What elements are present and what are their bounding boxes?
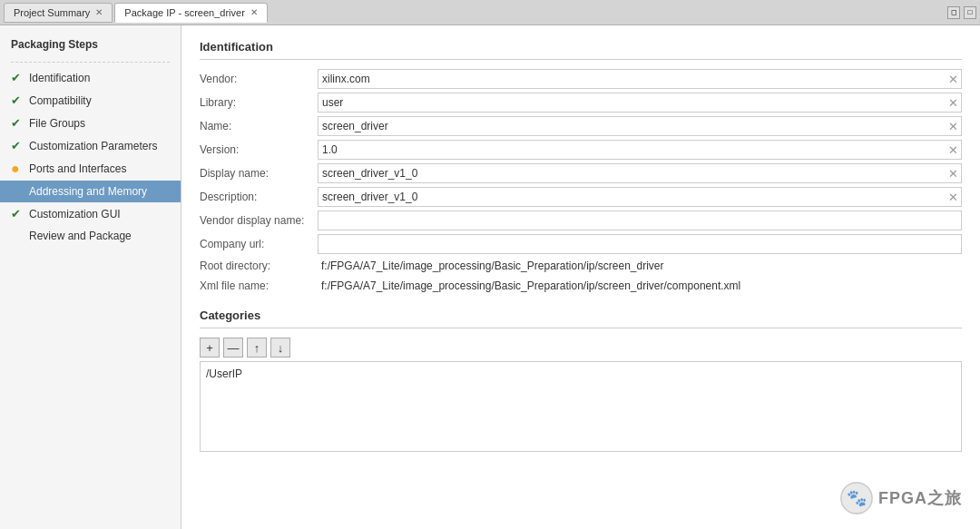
sidebar-item-label: Customization Parameters [29, 140, 157, 152]
watermark: 🐾 FPGA之旅 [840, 482, 962, 514]
tab-project-summary[interactable]: Project Summary ✕ [4, 3, 113, 23]
form-label-6: Vendor display name: [200, 214, 318, 227]
restore-button[interactable]: ◻ [947, 6, 960, 19]
sidebar-item-label: Review and Package [29, 230, 132, 242]
form-input-wrap-7 [318, 234, 962, 254]
watermark-logo: 🐾 [840, 482, 873, 514]
form-input-wrap-2: ✕ [318, 116, 962, 136]
category-item[interactable]: /UserIP [206, 367, 956, 380]
check-icon: ✔ [11, 93, 24, 107]
categories-toolbar: + — ↑ ↓ [200, 338, 962, 358]
sidebar-item-ports-and-interfaces[interactable]: ●Ports and Interfaces [0, 157, 181, 181]
input-clear-4[interactable]: ✕ [948, 167, 958, 181]
dot-icon: ● [11, 162, 24, 176]
sidebar-item-compatibility[interactable]: ✔Compatibility [0, 89, 181, 112]
form-row-8: Root directory:f:/FPGA/A7_Lite/image_pro… [200, 258, 962, 274]
sidebar-title: Packaging Steps [0, 34, 181, 58]
form-row-7: Company url: [200, 234, 962, 254]
remove-category-button[interactable]: — [223, 338, 243, 358]
form-row-5: Description:✕ [200, 187, 962, 207]
tab-close-project-summary[interactable]: ✕ [95, 8, 103, 17]
section-divider [200, 59, 962, 60]
form-input-2[interactable] [318, 116, 962, 136]
form-row-4: Display name:✕ [200, 163, 962, 183]
form-input-3[interactable] [318, 140, 962, 160]
categories-divider [200, 328, 962, 328]
form-input-wrap-6 [318, 211, 962, 230]
form-input-wrap-4: ✕ [318, 163, 962, 183]
sidebar-item-identification[interactable]: ✔Identification [0, 66, 181, 89]
form-row-3: Version:✕ [200, 140, 962, 160]
input-clear-0[interactable]: ✕ [948, 73, 958, 86]
section-title: Identification [200, 40, 962, 54]
form-label-8: Root directory: [200, 260, 318, 272]
form-input-6[interactable] [318, 211, 962, 230]
check-icon: ✔ [11, 71, 24, 84]
move-down-button[interactable]: ↓ [270, 338, 290, 358]
form-row-6: Vendor display name: [200, 211, 962, 230]
form-input-5[interactable] [318, 187, 962, 207]
form-label-3: Version: [200, 143, 318, 156]
sidebar-item-addressing-and-memory[interactable]: Addressing and Memory [0, 181, 181, 202]
input-clear-2[interactable]: ✕ [948, 120, 958, 133]
tab-close-package-ip[interactable]: ✕ [250, 8, 258, 17]
form-label-1: Library: [200, 96, 318, 109]
form-label-5: Description: [200, 191, 318, 203]
form-input-wrap-3: ✕ [318, 140, 962, 160]
sidebar-item-file-groups[interactable]: ✔File Groups [0, 112, 181, 134]
form-input-1[interactable] [318, 93, 962, 113]
form-row-1: Library:✕ [200, 93, 962, 113]
input-clear-3[interactable]: ✕ [948, 143, 958, 157]
form-label-7: Company url: [200, 238, 318, 250]
form-label-9: Xml file name: [200, 279, 318, 292]
tab-label: Package IP - screen_driver [124, 7, 244, 18]
categories-list: /UserIP [200, 361, 962, 452]
check-icon: ✔ [11, 139, 24, 152]
form-text-9: f:/FPGA/A7_Lite/image_processing/Basic_P… [318, 278, 962, 294]
add-category-button[interactable]: + [200, 338, 220, 358]
form-input-0[interactable] [318, 69, 962, 89]
sidebar-item-label: Identification [29, 72, 90, 84]
form-row-0: Vendor:✕ [200, 69, 962, 89]
form-text-8: f:/FPGA/A7_Lite/image_processing/Basic_P… [318, 258, 962, 274]
window-controls: ◻ □ [947, 6, 976, 19]
sidebar-item-label: Ports and Interfaces [29, 162, 126, 175]
form-input-wrap-5: ✕ [318, 187, 962, 207]
form-label-2: Name: [200, 120, 318, 132]
main-content: Identification Vendor:✕Library:✕Name:✕Ve… [181, 25, 980, 529]
svg-text:🐾: 🐾 [847, 488, 867, 508]
sidebar-item-customization-parameters[interactable]: ✔Customization Parameters [0, 134, 181, 157]
tab-bar: Project Summary ✕ Package IP - screen_dr… [0, 0, 980, 25]
form-input-wrap-1: ✕ [318, 93, 962, 113]
form-input-wrap-0: ✕ [318, 69, 962, 89]
input-clear-1[interactable]: ✕ [948, 96, 958, 110]
form-row-2: Name:✕ [200, 116, 962, 136]
form-input-7[interactable] [318, 234, 962, 254]
sidebar-item-customization-gui[interactable]: ✔Customization GUI [0, 202, 181, 225]
sidebar-divider [11, 62, 170, 63]
categories-title: Categories [200, 309, 962, 322]
check-icon: ✔ [11, 207, 24, 220]
main-layout: Packaging Steps ✔Identification✔Compatib… [0, 25, 980, 529]
sidebar-item-label: Customization GUI [29, 208, 121, 220]
sidebar: Packaging Steps ✔Identification✔Compatib… [0, 25, 181, 529]
input-clear-5[interactable]: ✕ [948, 191, 958, 204]
sidebar-item-review-and-package[interactable]: Review and Package [0, 225, 181, 247]
watermark-text: FPGA之旅 [878, 487, 962, 509]
check-icon: ✔ [11, 116, 24, 130]
sidebar-item-label: File Groups [29, 117, 85, 130]
form-label-4: Display name: [200, 167, 318, 180]
form-input-4[interactable] [318, 163, 962, 183]
tab-label: Project Summary [14, 7, 90, 18]
form-label-0: Vendor: [200, 73, 318, 85]
tab-package-ip[interactable]: Package IP - screen_driver ✕ [114, 3, 267, 23]
categories-section: Categories + — ↑ ↓ /UserIP [200, 309, 962, 452]
sidebar-item-label: Compatibility [29, 94, 92, 107]
move-up-button[interactable]: ↑ [247, 338, 267, 358]
maximize-button[interactable]: □ [964, 6, 976, 19]
form-row-9: Xml file name:f:/FPGA/A7_Lite/image_proc… [200, 278, 962, 294]
sidebar-item-label: Addressing and Memory [29, 185, 147, 198]
